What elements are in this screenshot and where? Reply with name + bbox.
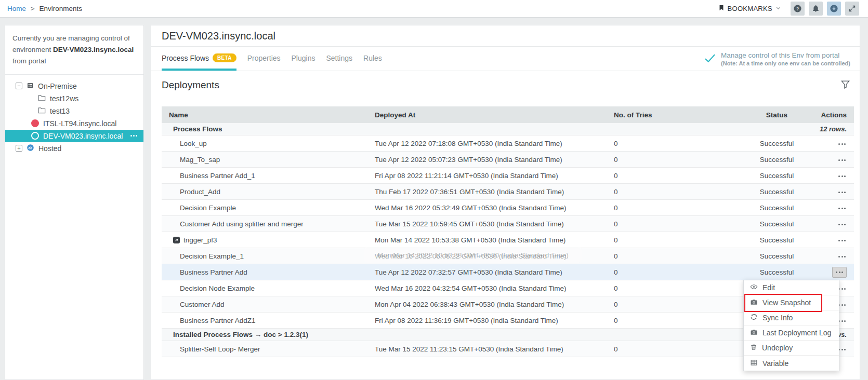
- bookmarks-dropdown[interactable]: BOOKMARKS: [718, 4, 782, 13]
- status-badge: Successful: [739, 172, 815, 180]
- managing-control-notice: Currently you are managing control of en…: [5, 25, 143, 73]
- collapse-icon[interactable]: −: [16, 83, 22, 89]
- table-row[interactable]: Business Partner Add_1 Fri Apr 08 2022 1…: [162, 168, 854, 184]
- row-actions-button[interactable]: [837, 221, 847, 228]
- row-actions-button[interactable]: [837, 188, 847, 196]
- tab-settings[interactable]: Settings: [326, 49, 352, 71]
- status-badge: Successful: [739, 156, 815, 164]
- manage-control-toggle[interactable]: Manage control of this Env from portal (…: [704, 51, 850, 71]
- tab-plugins[interactable]: Plugins: [292, 49, 315, 71]
- breadcrumb-separator: >: [31, 5, 35, 12]
- tree-item-label: test12ws: [50, 94, 78, 103]
- column-header-status: Status: [739, 111, 815, 119]
- status-badge: Successful: [739, 188, 815, 196]
- column-header-name: Name: [162, 111, 375, 119]
- topbar: Home > Environments BOOKMARKS ?: [0, 0, 868, 18]
- help-button[interactable]: ?: [791, 2, 805, 16]
- table-row[interactable]: Look_up Tue Apr 12 2022 07:18:08 GMT+053…: [162, 135, 854, 152]
- camera-icon: [750, 328, 758, 337]
- row-actions-button[interactable]: [837, 156, 847, 164]
- tree-item-test13[interactable]: test13: [5, 105, 143, 117]
- table-grid-icon: [750, 359, 758, 368]
- title-divider: [151, 46, 860, 47]
- menu-item-view-snapshot[interactable]: View Snapshot: [744, 295, 839, 310]
- bookmark-icon: [718, 4, 725, 13]
- hosted-cloud-icon: [27, 144, 34, 153]
- status-badge: Successful: [739, 204, 815, 212]
- row-actions-button[interactable]: [837, 253, 847, 261]
- manage-control-note: (Note: At a time only one env can be con…: [721, 60, 850, 66]
- building-icon: [27, 82, 34, 90]
- online-status-icon: [31, 132, 39, 140]
- group-label: Installed Process Flows → doc > 1.2.3(1): [162, 331, 308, 338]
- tree-item-label: test13: [50, 107, 70, 115]
- row-actions-button[interactable]: [837, 205, 847, 212]
- expand-icon[interactable]: +: [16, 145, 22, 152]
- tree-item-label: DEV-VM023.insync.local: [43, 132, 123, 140]
- row-actions-button[interactable]: [837, 140, 847, 148]
- folder-icon: [38, 94, 46, 103]
- menu-item-undeploy[interactable]: Undeploy: [744, 341, 839, 356]
- tree-item-itsl-lt94[interactable]: ITSL-LT94.insync.local: [5, 117, 143, 130]
- menu-item-sync-info[interactable]: Sync Info: [744, 310, 839, 325]
- menu-item-variable[interactable]: Variable: [744, 356, 839, 371]
- tree-item-on-premise[interactable]: − On-Premise: [5, 80, 143, 92]
- filter-icon[interactable]: [840, 79, 850, 91]
- row-actions-button[interactable]: [837, 172, 847, 180]
- group-label: Process Flows: [162, 125, 222, 133]
- section-title: Deployments: [162, 79, 219, 91]
- download-button[interactable]: [827, 2, 841, 16]
- folder-icon: [38, 107, 46, 115]
- table-row[interactable]: Product_Add Thu Feb 17 2022 07:36:51 GMT…: [162, 184, 854, 200]
- sync-icon: [750, 313, 758, 322]
- status-badge: Successful: [739, 220, 815, 228]
- trash-icon: [750, 343, 757, 352]
- page-title: DEV-VM023.insync.local: [162, 30, 275, 42]
- tab-rules[interactable]: Rules: [363, 49, 382, 71]
- expand-arrows-icon: [848, 5, 856, 12]
- manage-control-label: Manage control of this Env from portal: [721, 51, 850, 59]
- check-icon: [704, 53, 716, 65]
- tabs-bar: Process Flows BETA Properties Plugins Se…: [151, 48, 860, 71]
- table-row[interactable]: Mag_To_sap Tue Apr 12 2022 05:07:23 GMT+…: [162, 152, 854, 168]
- row-actions-context-menu: Edit View Snapshot Sync Info Last Deploy…: [743, 280, 839, 371]
- table-row[interactable]: Decision Example Wed Mar 16 2022 05:32:4…: [162, 200, 854, 216]
- table-row-selected[interactable]: Business Partner Add Tue Apr 12 2022 07:…: [162, 264, 854, 280]
- tree-item-test12ws[interactable]: test12ws: [5, 92, 143, 105]
- tree-item-hosted[interactable]: + Hosted: [5, 142, 143, 155]
- notifications-button[interactable]: [809, 2, 823, 16]
- table-row[interactable]: Decision Example_1 Wed Mar 16 2022 06:06…: [162, 248, 854, 264]
- table-row-trigger-pf3[interactable]: trigger_pf3 Mon Mar 14 2022 10:53:38 GMT…: [162, 232, 854, 248]
- table-group-row: Process Flows 12 rows.: [162, 123, 854, 135]
- breadcrumb-current: Environments: [39, 5, 82, 12]
- tree-item-label: Hosted: [38, 144, 61, 153]
- environment-tree: − On-Premise test12ws test13 ITSL-LT94.i…: [5, 80, 143, 155]
- sidebar-divider: [5, 74, 143, 75]
- row-actions-button-active[interactable]: [832, 267, 847, 278]
- download-circle-icon: [830, 4, 838, 13]
- expand-button[interactable]: [845, 2, 859, 16]
- sidebar: Currently you are managing control of en…: [5, 25, 144, 380]
- tab-properties[interactable]: Properties: [247, 49, 281, 71]
- tree-item-label: ITSL-LT94.insync.local: [43, 119, 116, 128]
- bell-icon: [812, 5, 820, 12]
- group-row-count: 12 rows.: [820, 125, 854, 133]
- tree-item-dev-vm023-selected[interactable]: DEV-VM023.insync.local: [5, 130, 143, 142]
- trigger-link-icon: [173, 237, 180, 243]
- topbar-actions: BOOKMARKS ?: [718, 2, 860, 16]
- svg-text:?: ?: [796, 6, 799, 11]
- tree-item-actions-button[interactable]: [130, 135, 137, 137]
- tree-item-label: On-Premise: [38, 82, 77, 90]
- menu-item-edit[interactable]: Edit: [744, 280, 839, 295]
- tab-process-flows[interactable]: Process Flows BETA: [162, 48, 236, 71]
- row-actions-button[interactable]: [837, 237, 847, 245]
- status-badge: Successful: [739, 236, 815, 244]
- table-header-row: Name Deployed At No. of Tries Status Act…: [162, 106, 854, 123]
- menu-item-last-deployment-log[interactable]: Last Deployment Log: [744, 325, 839, 341]
- status-badge: Successful: [739, 268, 815, 276]
- column-header-no-of-tries: No. of Tries: [614, 111, 739, 119]
- notice-env-name: DEV-VM023.insync.local: [53, 46, 134, 53]
- table-row[interactable]: Customer Add using splitter and merger T…: [162, 216, 854, 232]
- breadcrumb-home-link[interactable]: Home: [7, 5, 26, 12]
- chevron-down-icon: [775, 5, 781, 12]
